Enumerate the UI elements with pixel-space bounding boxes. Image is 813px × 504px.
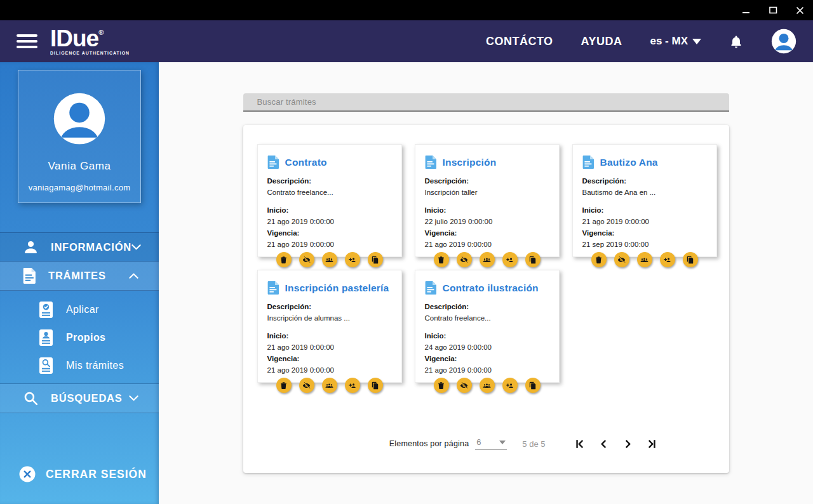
add-participant-button[interactable] (660, 252, 675, 267)
bell-icon (729, 34, 743, 49)
inicio-label: Inicio: (425, 206, 549, 214)
chevron-left-icon (598, 438, 610, 450)
sidebar-item-busquedas[interactable]: BÚSQUEDAS (0, 384, 159, 413)
vigencia-label: Vigencia: (267, 229, 392, 237)
people-icon (483, 381, 491, 390)
tramite-card: Inscripción Descripción: Inscripción tal… (415, 144, 560, 257)
sidebar-subitem-propios[interactable]: Propios (0, 324, 159, 352)
sidebar-subitem-aplicar[interactable]: Aplicar (0, 296, 159, 324)
copy-button[interactable] (525, 378, 541, 393)
tramite-card: Inscripción pastelería Descripción: Insc… (257, 270, 402, 383)
delete-button[interactable] (591, 252, 607, 267)
maximize-button[interactable] (760, 0, 786, 20)
description-value: Contrato freelance... (425, 314, 549, 322)
first-page-button[interactable] (574, 438, 586, 450)
inicio-label: Inicio: (425, 332, 549, 340)
preview-button[interactable] (614, 252, 629, 267)
description-label: Descripción: (267, 303, 392, 310)
description-label: Descripción: (582, 177, 707, 185)
description-value: Inscripción taller (425, 189, 549, 196)
card-actions (267, 378, 392, 394)
description-label: Descripción: (267, 177, 392, 185)
participants-button[interactable] (637, 252, 652, 267)
vigencia-label: Vigencia: (425, 355, 549, 362)
next-page-button[interactable] (622, 438, 634, 450)
card-title[interactable]: Inscripción (443, 157, 497, 168)
add-participant-button[interactable] (345, 378, 360, 393)
nav-contacto[interactable]: CONTÁCTO (486, 35, 553, 48)
app-logo: IDue® DILIGENCE AUTHENTICATION (50, 27, 130, 56)
menu-icon[interactable] (17, 32, 37, 51)
minimize-button[interactable] (733, 0, 760, 20)
inicio-label: Inicio: (267, 206, 392, 214)
document-icon (425, 156, 436, 169)
user-avatar[interactable] (771, 29, 796, 54)
sidebar-nav: INFORMACIÓN TRÁMITES (0, 232, 159, 413)
participants-button[interactable] (322, 378, 337, 393)
delete-button[interactable] (276, 378, 292, 393)
participants-button[interactable] (322, 252, 337, 267)
sidebar-item-informacion[interactable]: INFORMACIÓN (0, 232, 159, 262)
card-title[interactable]: Bautizo Ana (600, 157, 658, 168)
last-page-button[interactable] (646, 438, 658, 450)
vigencia-label: Vigencia: (267, 355, 392, 362)
eye-off-icon (302, 381, 311, 390)
participants-button[interactable] (480, 252, 495, 267)
card-title[interactable]: Inscripción pastelería (285, 282, 389, 294)
sidebar-subitem-label: Aplicar (66, 304, 99, 315)
copy-button[interactable] (368, 252, 383, 267)
people-icon (325, 381, 333, 390)
preview-button[interactable] (299, 252, 314, 267)
vigencia-value: 21 ago 2019 0:00:00 (425, 366, 549, 374)
sidebar-item-tramites[interactable]: TRÁMITES (0, 262, 159, 291)
inicio-label: Inicio: (582, 206, 707, 214)
document-icon (23, 268, 36, 284)
trash-icon (279, 381, 288, 390)
delete-button[interactable] (434, 252, 449, 267)
header-nav: CONTÁCTO AYUDA es - MX (486, 29, 796, 54)
card-title[interactable]: Contrato ilustración (443, 282, 539, 294)
tramite-card: Bautizo Ana Descripción: Bautismo de Ana… (572, 144, 717, 257)
items-per-page-value: 6 (476, 437, 481, 447)
close-icon (796, 6, 804, 15)
sidebar-subitem-label: Mis trámites (66, 360, 124, 371)
language-selector[interactable]: es - MX (650, 35, 701, 48)
avatar-icon (771, 29, 796, 54)
close-button[interactable] (786, 0, 813, 20)
preview-button[interactable] (299, 378, 314, 393)
card-title[interactable]: Contrato (285, 157, 327, 168)
participants-button[interactable] (480, 378, 495, 393)
trash-icon (437, 381, 445, 390)
description-label: Descripción: (425, 303, 549, 310)
vigencia-value: 21 ago 2019 0:00:00 (267, 241, 392, 248)
close-circle-icon (19, 466, 36, 482)
preview-button[interactable] (457, 378, 472, 393)
sidebar-item-label: BÚSQUEDAS (51, 392, 123, 404)
profile-avatar (53, 92, 106, 145)
nav-ayuda[interactable]: AYUDA (581, 35, 622, 48)
cards-grid: Contrato Descripción: Contrato freelance… (257, 144, 715, 383)
copy-button[interactable] (525, 252, 541, 267)
registered-mark: ® (98, 29, 104, 36)
previous-page-button[interactable] (598, 438, 610, 450)
delete-button[interactable] (276, 252, 292, 267)
search-input[interactable] (243, 93, 729, 110)
logout-button[interactable]: CERRAR SESIÓN (0, 466, 159, 482)
inicio-value: 21 ago 2019 0:00:00 (582, 218, 707, 225)
add-participant-button[interactable] (345, 252, 360, 267)
document-icon (267, 156, 279, 169)
sidebar-subitem-mis-tramites[interactable]: Mis trámites (0, 352, 159, 380)
copy-button[interactable] (368, 378, 383, 393)
items-per-page-select[interactable]: 6 (475, 437, 507, 450)
add-participant-button[interactable] (502, 252, 518, 267)
card-actions (267, 252, 392, 269)
notifications-button[interactable] (729, 34, 743, 49)
add-participant-button[interactable] (502, 378, 518, 393)
copy-button[interactable] (683, 252, 698, 267)
preview-button[interactable] (457, 252, 472, 267)
copy-icon (528, 256, 537, 264)
description-label: Descripción: (425, 177, 549, 185)
delete-button[interactable] (434, 378, 449, 393)
document-icon (425, 281, 436, 295)
copy-icon (686, 256, 694, 264)
